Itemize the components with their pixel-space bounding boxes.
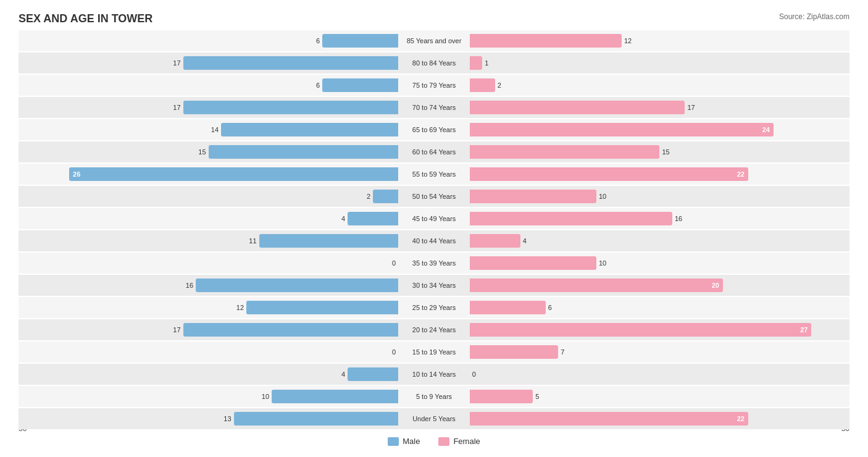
male-value: 11 — [249, 237, 256, 245]
male-bar — [209, 145, 399, 159]
right-section: 22 — [467, 167, 849, 181]
bar-row: 2 50 to 54 Years 10 — [19, 186, 849, 207]
male-swatch — [388, 437, 399, 446]
female-value-inside: 27 — [800, 326, 807, 333]
male-value: 4 — [341, 371, 345, 378]
age-label: 60 to 64 Years — [401, 148, 467, 156]
age-label: 35 to 39 Years — [401, 259, 467, 267]
left-section: 17 — [19, 56, 401, 70]
left-section: 0 — [19, 256, 401, 270]
left-section: 12 — [19, 301, 401, 314]
right-section: 7 — [467, 345, 849, 359]
female-value-inside: 22 — [737, 415, 745, 422]
bar-row: 14 65 to 69 Years 24 — [19, 119, 849, 140]
right-section: 0 — [467, 367, 849, 381]
right-section: 15 — [467, 145, 849, 159]
female-value: 6 — [548, 304, 552, 311]
male-bar — [322, 78, 398, 92]
female-bar: 24 — [470, 123, 774, 136]
age-label: 20 to 24 Years — [401, 326, 467, 333]
left-section: 6 — [19, 78, 401, 92]
right-section: 24 — [467, 123, 849, 136]
male-bar — [259, 234, 399, 248]
age-label: 50 to 54 Years — [401, 193, 467, 200]
male-value: 17 — [173, 326, 180, 333]
female-value-inside: 24 — [762, 126, 770, 133]
female-value: 4 — [523, 237, 527, 245]
left-section: 16 — [19, 279, 401, 292]
bar-row: 11 40 to 44 Years 4 — [19, 230, 849, 251]
male-bar — [246, 301, 398, 314]
male-value: 13 — [223, 415, 231, 422]
female-bar — [470, 345, 559, 359]
male-value: 2 — [367, 193, 370, 200]
female-bar: 20 — [470, 279, 723, 292]
right-section: 5 — [467, 390, 849, 403]
left-section: 17 — [19, 323, 401, 337]
age-label: 80 to 84 Years — [401, 59, 467, 67]
right-section: 16 — [467, 212, 849, 225]
legend-male: Male — [388, 437, 420, 446]
male-bar — [322, 34, 398, 48]
male-value: 6 — [316, 82, 320, 89]
right-section: 6 — [467, 301, 849, 314]
male-value-inside: 26 — [73, 170, 80, 178]
left-section: 10 — [19, 390, 401, 403]
male-bar — [272, 390, 398, 403]
female-value: 7 — [561, 348, 564, 356]
male-value: 0 — [392, 259, 396, 267]
female-swatch — [438, 437, 449, 446]
female-bar — [470, 212, 672, 225]
age-label: 45 to 49 Years — [401, 215, 467, 222]
left-section: 11 — [19, 234, 401, 248]
legend-female: Female — [438, 437, 480, 446]
female-bar: 22 — [470, 412, 748, 426]
male-value: 6 — [316, 37, 320, 44]
bar-row: 16 30 to 34 Years 20 — [19, 275, 849, 296]
right-section: 27 — [467, 323, 849, 337]
bar-row: 6 85 Years and over 12 — [19, 30, 849, 51]
age-label: 5 to 9 Years — [401, 393, 467, 400]
male-value: 16 — [186, 282, 193, 289]
left-section: 4 — [19, 212, 401, 225]
male-value: 14 — [211, 126, 219, 133]
left-section: 6 — [19, 34, 401, 48]
male-bar — [234, 412, 399, 426]
chart-container: SEX AND AGE IN TOWER Source: ZipAtlas.co… — [0, 0, 868, 457]
female-value: 15 — [662, 148, 669, 156]
male-bar — [348, 367, 398, 381]
male-value: 17 — [173, 59, 180, 67]
chart-title: SEX AND AGE IN TOWER — [19, 12, 849, 25]
male-value: 10 — [262, 393, 269, 400]
male-bar — [373, 190, 398, 203]
female-value: 12 — [624, 37, 632, 44]
right-section: 17 — [467, 101, 849, 114]
age-label: 65 to 69 Years — [401, 126, 467, 133]
male-value: 12 — [236, 304, 244, 311]
bar-row: 13 Under 5 Years 22 — [19, 408, 849, 429]
age-label: 30 to 34 Years — [401, 282, 467, 289]
age-label: 70 to 74 Years — [401, 104, 467, 111]
bar-row: 17 70 to 74 Years 17 — [19, 97, 849, 118]
left-section: 14 — [19, 123, 401, 136]
age-label: 15 to 19 Years — [401, 348, 467, 356]
male-value: 4 — [341, 215, 345, 222]
left-section: 4 — [19, 367, 401, 381]
female-bar — [470, 234, 520, 248]
age-label: 25 to 29 Years — [401, 304, 467, 311]
bar-row: 15 60 to 64 Years 15 — [19, 141, 849, 162]
right-section: 1 — [467, 56, 849, 70]
female-value: 17 — [687, 104, 695, 111]
right-section: 10 — [467, 256, 849, 270]
bar-row: 10 5 to 9 Years 5 — [19, 386, 849, 407]
bar-row: 17 80 to 84 Years 1 — [19, 52, 849, 73]
female-value: 1 — [485, 59, 488, 67]
bar-row: 17 20 to 24 Years 27 — [19, 319, 849, 340]
right-section: 10 — [467, 190, 849, 203]
female-value-inside: 22 — [737, 170, 745, 178]
age-label: 75 to 79 Years — [401, 82, 467, 89]
female-value: 2 — [498, 82, 501, 89]
age-label: Under 5 Years — [401, 415, 467, 422]
source-text: Source: ZipAtlas.com — [779, 12, 849, 21]
left-section: 2 — [19, 190, 401, 203]
